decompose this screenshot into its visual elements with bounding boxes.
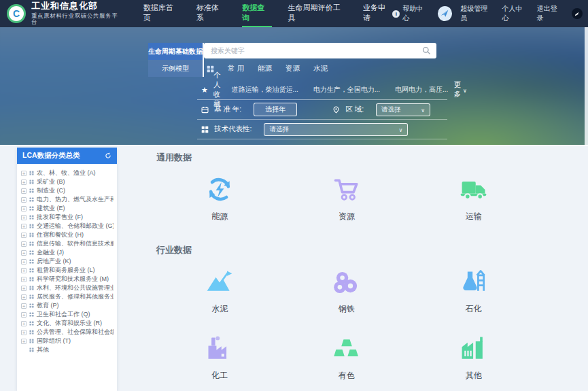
expand-plus-icon[interactable] xyxy=(21,188,27,194)
sidebar-category-item[interactable]: 居民服务、修理和其他服务业 (O) xyxy=(21,292,114,301)
more-dropdown[interactable]: 更多 xyxy=(453,80,466,99)
category-label: 批发和零售业 (F) xyxy=(37,213,83,222)
expand-plus-icon[interactable] xyxy=(21,250,27,256)
expand-plus-icon[interactable] xyxy=(21,233,27,238)
industry-data-cards: 水泥 钢铁 石化 化工 xyxy=(156,259,537,391)
expand-plus-icon[interactable] xyxy=(21,241,27,247)
expand-plus-icon[interactable] xyxy=(21,268,27,273)
expand-plus-icon[interactable] xyxy=(21,224,27,229)
expand-plus-icon[interactable] xyxy=(21,330,27,335)
sidebar-category-item[interactable]: 水利、环境和公共设施管理业 (N) xyxy=(21,284,114,292)
card-label: 水泥 xyxy=(211,303,228,315)
expand-plus-icon[interactable] xyxy=(21,294,27,300)
category-grid-icon xyxy=(29,224,34,228)
sidebar-category-item[interactable]: 国际组织 (T) xyxy=(21,337,114,345)
favorite-links: 道路运输，柴油货运... 电力生产，全国电力... 电网电力，高压... xyxy=(231,85,448,95)
sidebar-category-item[interactable]: 交通运输、仓储和邮政业 (G) xyxy=(21,222,114,231)
expand-plus-icon[interactable] xyxy=(21,286,27,291)
card-label: 化工 xyxy=(211,370,228,381)
personal-center-link[interactable]: 个人中心 xyxy=(502,4,528,23)
sidebar-category-item[interactable]: 制造业 (C) xyxy=(21,186,114,195)
expand-plus-icon[interactable] xyxy=(21,215,27,220)
avatar[interactable] xyxy=(438,6,453,21)
data-category-card[interactable]: 石化 xyxy=(410,259,537,326)
sidebar-category-item[interactable]: 电力、热力、燃气及水生产和供应业... xyxy=(21,195,114,204)
data-category-card[interactable]: 资源 xyxy=(283,167,411,233)
sidebar-category-item[interactable]: 其他 xyxy=(21,345,114,354)
favorite-link[interactable]: 电网电力，高压... xyxy=(395,85,448,95)
sidebar-category-item[interactable]: 科学研究和技术服务业 (M) xyxy=(21,275,114,284)
scrollbar-track[interactable] xyxy=(585,27,588,145)
category-label: 其他 xyxy=(37,345,49,354)
quick-category[interactable]: 水泥 xyxy=(313,64,328,73)
category-grid-icon xyxy=(29,215,34,220)
nav-item[interactable]: 生命周期评价工具 xyxy=(288,0,347,27)
search-tab[interactable]: 示例模型 xyxy=(148,60,203,77)
data-category-card[interactable]: 其他 xyxy=(410,326,537,391)
tech-select[interactable]: 请选择 xyxy=(264,123,408,136)
top-right-area: 帮助中心 超级管理员 个人中心 退出登录 xyxy=(392,4,583,23)
search-tab[interactable]: 生命周期基础数据 xyxy=(148,43,203,60)
favorite-link[interactable]: 道路运输，柴油货运... xyxy=(231,85,298,95)
sidebar-category-item[interactable]: 农、林、牧、渔业 (A) xyxy=(21,169,114,177)
sidebar-category-item[interactable]: 金融业 (J) xyxy=(21,248,114,257)
data-category-card[interactable]: 运输 xyxy=(410,167,537,233)
favorite-link[interactable]: 电力生产，全国电力... xyxy=(313,85,380,95)
category-grid-icon xyxy=(29,347,34,352)
expand-plus-icon[interactable] xyxy=(21,180,27,185)
nav-item[interactable]: 数据库首页 xyxy=(143,0,180,27)
search-icon[interactable] xyxy=(422,46,431,55)
search-input[interactable] xyxy=(209,46,422,55)
nav-item[interactable]: 标准体系 xyxy=(196,0,226,27)
expand-plus-icon[interactable] xyxy=(21,206,27,211)
expand-plus-icon[interactable] xyxy=(21,171,27,176)
floating-widget-icon[interactable] xyxy=(572,8,583,19)
sidebar-category-item[interactable]: 信息传输、软件和信息技术服务业 (I... xyxy=(21,239,114,248)
data-category-card[interactable]: 有色 xyxy=(283,326,411,391)
sidebar-category-item[interactable]: 租赁和商务服务业 (L) xyxy=(21,266,114,275)
quick-category[interactable]: 能源 xyxy=(258,64,272,73)
sidebar-category-list: 农、林、牧、渔业 (A) 采矿业 (B) 制造业 (C) 电力、 xyxy=(17,164,117,354)
category-grid-icon xyxy=(29,294,34,299)
sidebar-category-item[interactable]: 教育 (P) xyxy=(21,301,114,310)
card-label: 有色 xyxy=(339,370,355,381)
data-category-card[interactable]: 能源 xyxy=(156,167,283,233)
data-category-card[interactable]: 化工 xyxy=(156,326,283,391)
refresh-icon[interactable] xyxy=(105,152,111,159)
nav-item[interactable]: 数据查询 xyxy=(242,0,271,27)
expand-plus-icon[interactable] xyxy=(21,321,27,326)
category-grid-icon xyxy=(29,250,34,255)
sidebar-category-item[interactable]: 卫生和社会工作 (Q) xyxy=(21,310,114,319)
nav-item[interactable]: 业务申请 xyxy=(363,0,392,27)
filter-rows: 个人收藏 道路运输，柴油货运... 电力生产，全国电力... 电网电力，高压..… xyxy=(197,80,447,139)
tech-label: 技术代表性: xyxy=(214,124,252,134)
quick-category[interactable]: 常 用 xyxy=(228,64,244,73)
data-category-card[interactable]: 钢铁 xyxy=(283,259,411,326)
select-year-button[interactable]: 选择年 xyxy=(254,103,297,116)
expand-plus-icon[interactable] xyxy=(21,277,27,282)
expand-plus-icon[interactable] xyxy=(21,259,27,265)
sidebar-category-item[interactable]: 文化、体育和娱乐业 (R) xyxy=(21,319,114,328)
quick-category[interactable]: 资源 xyxy=(286,64,300,73)
category-icon xyxy=(332,175,362,205)
expand-plus-icon[interactable] xyxy=(21,197,27,203)
data-category-card[interactable]: 水泥 xyxy=(156,259,283,326)
sidebar-category-item[interactable]: 批发和零售业 (F) xyxy=(21,213,114,222)
general-data-cards: 能源 资源 运输 xyxy=(156,167,537,233)
sidebar-category-item[interactable]: 建筑业 (E) xyxy=(21,204,114,213)
sidebar-category-item[interactable]: 采矿业 (B) xyxy=(21,177,114,186)
logout-link[interactable]: 退出登录 xyxy=(537,4,564,23)
sidebar-category-item[interactable]: 房地产业 (K) xyxy=(21,257,114,266)
sidebar-category-item[interactable]: 公共管理、社会保障和社会组织 (S) xyxy=(21,328,114,337)
region-select[interactable]: 请选择 xyxy=(376,103,430,116)
help-center-link[interactable]: 帮助中心 xyxy=(392,4,429,23)
search-tabs: 生命周期基础数据 示例模型 xyxy=(148,43,204,77)
expand-plus-icon[interactable] xyxy=(21,312,27,318)
category-grid-icon xyxy=(29,303,34,308)
category-grid-icon xyxy=(29,330,34,335)
expand-plus-icon[interactable] xyxy=(21,303,27,309)
expand-plus-icon[interactable] xyxy=(21,339,27,344)
category-label: 房地产业 (K) xyxy=(37,257,71,266)
category-icon xyxy=(459,267,489,297)
sidebar-category-item[interactable]: 住宿和餐饮业 (H) xyxy=(21,231,114,239)
